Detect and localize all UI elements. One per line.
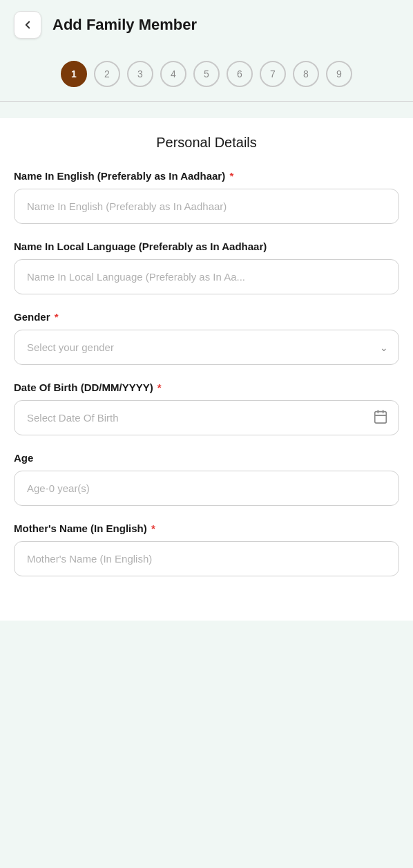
step-7[interactable]: 7 [260, 61, 286, 87]
gender-label: Gender * [14, 311, 399, 323]
step-8[interactable]: 8 [293, 61, 319, 87]
step-6[interactable]: 6 [227, 61, 253, 87]
name-english-group: Name In English (Preferably as In Aadhaa… [14, 170, 399, 224]
gender-select-wrapper: Select your gender Male Female Other ⌄ [14, 330, 399, 365]
step-9[interactable]: 9 [326, 61, 352, 87]
required-star: * [52, 311, 59, 323]
age-label: Age [14, 452, 399, 464]
step-3[interactable]: 3 [127, 61, 153, 87]
form-container: Personal Details Name In English (Prefer… [0, 118, 413, 621]
dob-wrapper [14, 400, 399, 435]
dob-group: Date Of Birth (DD/MM/YYYY) * [14, 381, 399, 435]
step-2[interactable]: 2 [94, 61, 120, 87]
section-title: Personal Details [14, 135, 399, 151]
required-star: * [155, 381, 162, 393]
mother-name-input[interactable] [14, 541, 399, 576]
gender-group: Gender * Select your gender Male Female … [14, 311, 399, 365]
name-local-label: Name In Local Language (Preferably as In… [14, 240, 399, 252]
age-group: Age [14, 452, 399, 506]
step-1[interactable]: 1 [61, 61, 87, 87]
required-star: * [148, 522, 155, 534]
name-local-input[interactable] [14, 259, 399, 294]
age-input[interactable] [14, 471, 399, 506]
name-local-group: Name In Local Language (Preferably as In… [14, 240, 399, 294]
name-english-input[interactable] [14, 189, 399, 224]
gender-select[interactable]: Select your gender Male Female Other [14, 330, 399, 365]
dob-input[interactable] [14, 400, 399, 435]
name-english-label: Name In English (Preferably as In Aadhaa… [14, 170, 399, 182]
mother-name-label: Mother's Name (In English) * [14, 522, 399, 534]
steps-container: 1 2 3 4 5 6 7 8 9 [0, 50, 413, 101]
step-4[interactable]: 4 [160, 61, 186, 87]
divider [0, 101, 413, 102]
page-title: Add Family Member [52, 16, 197, 34]
required-star: * [227, 170, 233, 182]
back-button[interactable] [14, 11, 41, 39]
dob-label: Date Of Birth (DD/MM/YYYY) * [14, 381, 399, 393]
mother-name-group: Mother's Name (In English) * [14, 522, 399, 576]
header: Add Family Member [0, 0, 413, 50]
step-5[interactable]: 5 [193, 61, 220, 87]
